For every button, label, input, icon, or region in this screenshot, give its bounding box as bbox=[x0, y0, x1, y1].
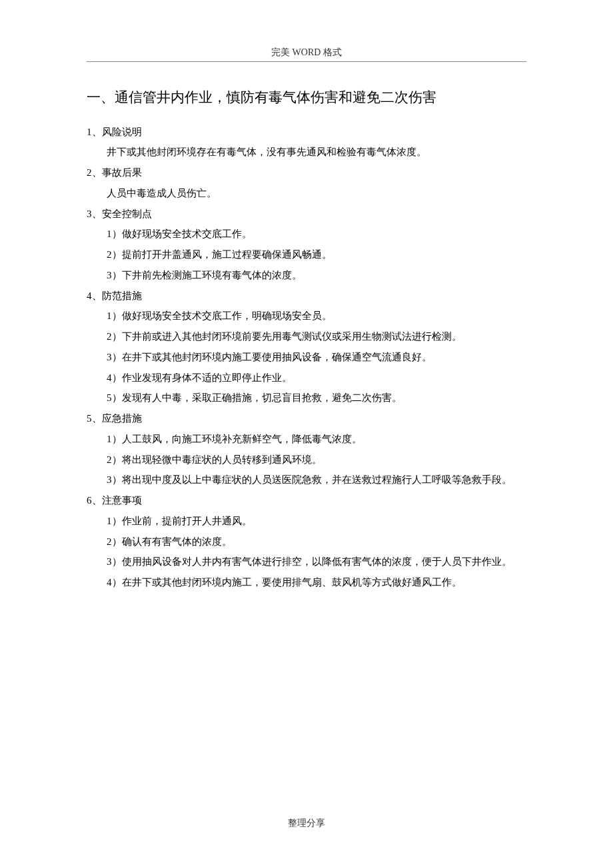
body-paragraph: 1）作业前，提前打开人井通风。 bbox=[87, 511, 526, 532]
section-heading: 1、风险说明 bbox=[87, 122, 526, 143]
body-paragraph: 井下或其他封闭环境存在有毒气体，没有事先通风和检验有毒气体浓度。 bbox=[87, 142, 526, 163]
body-paragraph: 3）下井前先检测施工环境有毒气体的浓度。 bbox=[87, 265, 526, 286]
document-page: 完美 WORD 格式 一、通信管井内作业，慎防有毒气体伤害和避免二次伤害 1、风… bbox=[0, 0, 613, 633]
body-paragraph: 5）发现有人中毒，采取正确措施，切忌盲目抢救，避免二次伤害。 bbox=[87, 388, 526, 408]
body-paragraph: 3）使用抽风设备对人井内有害气体进行排空，以降低有害气体的浓度，便于人员下井作业… bbox=[87, 552, 526, 572]
page-footer: 整理分享 bbox=[0, 817, 613, 829]
page-header: 完美 WORD 格式 bbox=[87, 47, 526, 62]
body-paragraph: 1）人工鼓风，向施工环境补充新鲜空气，降低毒气浓度。 bbox=[87, 429, 526, 450]
body-paragraph: 2）提前打开井盖通风，施工过程要确保通风畅通。 bbox=[87, 244, 526, 265]
body-paragraph: 3）在井下或其他封闭环境内施工要使用抽风设备，确保通空气流通良好。 bbox=[87, 347, 526, 368]
body-paragraph: 2）下井前或进入其他封闭环境前要先用毒气测试仪或采用生物测试法进行检测。 bbox=[87, 326, 526, 347]
body-paragraph: 1）做好现场安全技术交底工作。 bbox=[87, 224, 526, 244]
body-paragraph: 2）将出现轻微中毒症状的人员转移到通风环境。 bbox=[87, 450, 526, 470]
section-heading: 4、防范措施 bbox=[87, 286, 526, 306]
section-heading: 2、事故后果 bbox=[87, 163, 526, 183]
body-paragraph: 1）做好现场安全技术交底工作，明确现场安全员。 bbox=[87, 306, 526, 326]
section-heading: 6、注意事项 bbox=[87, 490, 526, 511]
body-paragraph: 人员中毒造成人员伤亡。 bbox=[87, 183, 526, 204]
body-paragraph: 4）在井下或其他封闭环境内施工，要使用排气扇、鼓风机等方式做好通风工作。 bbox=[87, 572, 526, 593]
body-paragraph: 4）作业发现有身体不适的立即停止作业。 bbox=[87, 368, 526, 388]
document-title: 一、通信管井内作业，慎防有毒气体伤害和避免二次伤害 bbox=[87, 86, 526, 109]
body-paragraph: 2）确认有有害气体的浓度。 bbox=[87, 532, 526, 552]
section-heading: 3、安全控制点 bbox=[87, 204, 526, 224]
section-heading: 5、应急措施 bbox=[87, 408, 526, 429]
body-paragraph: 3）将出现中度及以上中毒症状的人员送医院急救，并在送救过程施行人工呼吸等急救手段… bbox=[87, 470, 526, 490]
